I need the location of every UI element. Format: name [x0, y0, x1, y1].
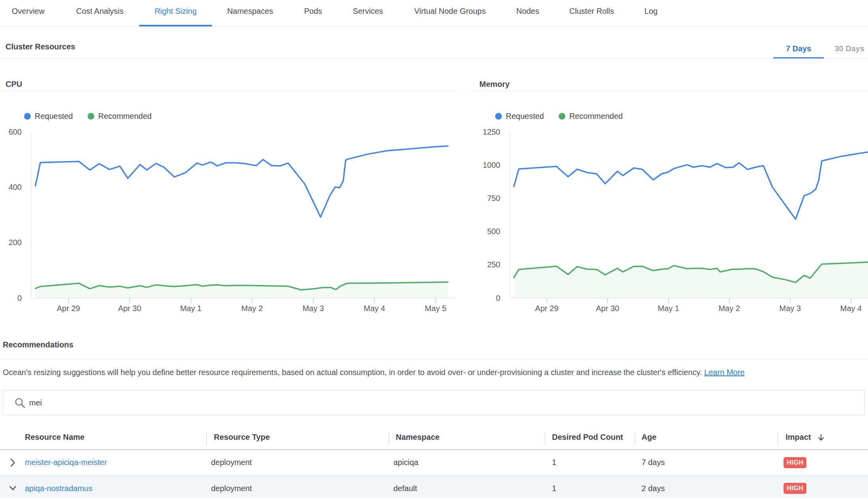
expand-row-icon[interactable] — [10, 458, 16, 467]
column-header-namespace[interactable]: Namespace — [396, 427, 440, 450]
legend-label: Recommended — [569, 112, 623, 121]
table-row-expanded[interactable]: apiqa-nostradamusdeploymentdefault12 day… — [0, 476, 868, 499]
legend-item-recommended[interactable]: Recommended — [559, 112, 623, 121]
period-tab-30-days[interactable]: 30 Days — [824, 44, 868, 58]
recommendations-title: Recommendations — [3, 340, 73, 349]
expanded-row-content — [0, 497, 868, 499]
resource-name-link[interactable]: meister-apiciqa-meister — [25, 458, 107, 467]
tab-pods[interactable]: Pods — [288, 0, 338, 26]
svg-text:750: 750 — [487, 194, 500, 203]
search-input[interactable] — [29, 390, 779, 415]
primary-tab-bar: OverviewCost AnalysisRight SizingNamespa… — [0, 0, 868, 26]
svg-text:600: 600 — [9, 128, 22, 136]
column-divider — [635, 432, 635, 445]
tab-log[interactable]: Log — [630, 0, 672, 26]
tab-services[interactable]: Services — [338, 0, 398, 26]
recommendations-description-text: Ocean's resizing suggestions will help y… — [3, 368, 702, 377]
legend-dot-requested — [495, 113, 502, 120]
svg-text:250: 250 — [487, 260, 500, 269]
column-header-resource-name[interactable]: Resource Name — [25, 427, 84, 450]
column-divider — [206, 432, 207, 445]
cpu-chart-legend: RequestedRecommended — [24, 112, 152, 121]
svg-text:Apr 30: Apr 30 — [596, 304, 619, 313]
svg-text:500: 500 — [487, 227, 500, 236]
tab-cost-analysis[interactable]: Cost Analysis — [60, 0, 139, 26]
age-cell: 7 days — [642, 458, 665, 467]
svg-text:0: 0 — [496, 294, 500, 302]
tab-overview[interactable]: Overview — [0, 0, 60, 26]
svg-text:May 3: May 3 — [779, 304, 801, 313]
search-box[interactable] — [3, 390, 865, 415]
resource-type-cell: deployment — [211, 458, 252, 467]
svg-text:400: 400 — [9, 183, 22, 191]
column-header-resource-type[interactable]: Resource Type — [214, 427, 270, 450]
svg-text:200: 200 — [9, 238, 22, 247]
search-icon — [14, 397, 26, 409]
collapse-row-icon[interactable] — [9, 486, 17, 491]
impact-badge-high: HIGH — [784, 457, 806, 468]
memory-chart-divider — [471, 91, 868, 91]
svg-text:May 4: May 4 — [364, 304, 385, 313]
tab-namespaces[interactable]: Namespaces — [212, 0, 288, 26]
recommendations-description: Ocean's resizing suggestions will help y… — [3, 368, 831, 377]
tab-nodes[interactable]: Nodes — [502, 0, 554, 26]
svg-text:1000: 1000 — [483, 161, 501, 169]
legend-item-recommended[interactable]: Recommended — [88, 112, 152, 121]
cluster-resources-header: Cluster Resources 7 Days30 Days — [0, 26, 868, 58]
period-tab-7-days[interactable]: 7 Days — [773, 44, 824, 58]
column-header-age[interactable]: Age — [642, 427, 657, 450]
svg-text:May 2: May 2 — [718, 304, 740, 313]
memory-chart-card: Memory RequestedRecommended 025050075010… — [471, 71, 868, 320]
svg-text:May 1: May 1 — [180, 304, 201, 313]
tab-cluster-rolls[interactable]: Cluster Rolls — [554, 0, 630, 26]
period-tabs: 7 Days30 Days — [773, 44, 868, 58]
desired-pod-count-cell: 1 — [552, 458, 556, 467]
impact-badge-high: HIGH — [784, 483, 806, 494]
svg-text:Apr 29: Apr 29 — [535, 304, 558, 313]
learn-more-link[interactable]: Learn More — [704, 368, 745, 377]
age-cell: 2 days — [642, 484, 665, 493]
table-row[interactable]: meister-apiciqa-meisterdeploymentapiciqa… — [0, 450, 868, 475]
legend-dot-recommended — [559, 113, 565, 120]
legend-item-requested[interactable]: Requested — [495, 112, 544, 121]
cpu-chart-card: CPU RequestedRecommended 0200400600Apr 2… — [0, 71, 457, 320]
svg-text:May 4: May 4 — [840, 304, 862, 313]
svg-text:May 2: May 2 — [241, 304, 263, 313]
namespace-cell: default — [393, 484, 417, 493]
column-divider — [778, 432, 778, 445]
memory-chart-legend: RequestedRecommended — [495, 112, 623, 121]
legend-item-requested[interactable]: Requested — [24, 112, 73, 121]
svg-text:1250: 1250 — [483, 128, 501, 136]
legend-label: Requested — [35, 112, 73, 121]
svg-text:May 3: May 3 — [303, 304, 324, 313]
tab-virtual-node-groups[interactable]: Virtual Node Groups — [398, 0, 502, 26]
resource-type-cell: deployment — [211, 484, 252, 493]
cpu-chart-title: CPU — [6, 80, 22, 89]
desired-pod-count-cell: 1 — [552, 484, 556, 493]
svg-text:Apr 30: Apr 30 — [118, 304, 141, 313]
cluster-resources-title: Cluster Resources — [6, 42, 75, 51]
column-header-impact[interactable]: Impact — [786, 427, 825, 450]
sort-descending-icon[interactable] — [817, 433, 825, 441]
memory-chart-plot: 025050075010001250Apr 29Apr 30May 1May 2… — [471, 120, 868, 316]
legend-dot-requested — [24, 113, 31, 120]
resource-name-link[interactable]: apiqa-nostradamus — [25, 484, 92, 493]
column-header-impact-label: Impact — [786, 433, 811, 442]
cpu-chart-plot: 0200400600Apr 29Apr 30May 1May 2May 3May… — [0, 120, 457, 316]
legend-label: Requested — [506, 112, 544, 121]
impact-cell: HIGH — [784, 483, 806, 494]
table-header-row: Resource Name Resource Type Namespace De… — [0, 427, 868, 450]
column-divider — [545, 432, 545, 445]
memory-chart-title: Memory — [479, 80, 510, 89]
column-header-desired-pod-count[interactable]: Desired Pod Count — [552, 427, 623, 450]
legend-label: Recommended — [98, 112, 152, 121]
impact-cell: HIGH — [784, 457, 806, 468]
tab-right-sizing[interactable]: Right Sizing — [139, 0, 212, 26]
legend-dot-recommended — [88, 113, 94, 120]
svg-text:May 1: May 1 — [658, 304, 679, 313]
cpu-chart-divider — [0, 91, 457, 91]
namespace-cell: apiciqa — [393, 458, 418, 467]
column-divider — [389, 432, 389, 445]
svg-text:May 5: May 5 — [425, 304, 446, 313]
svg-text:Apr 29: Apr 29 — [57, 304, 80, 313]
